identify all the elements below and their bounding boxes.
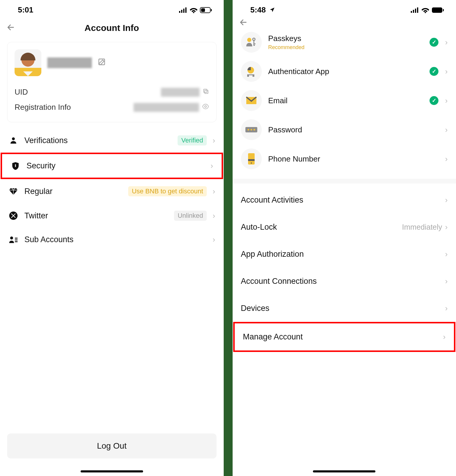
eye-icon[interactable] bbox=[202, 103, 209, 112]
phone-icon bbox=[241, 148, 262, 169]
sec-password[interactable]: Password › bbox=[233, 115, 456, 144]
reg-label: Registration Info bbox=[15, 103, 71, 112]
chevron-right-icon: › bbox=[443, 332, 446, 342]
check-icon: ✓ bbox=[430, 38, 438, 47]
row-security[interactable]: Security › bbox=[1, 153, 223, 179]
svg-rect-7 bbox=[201, 8, 205, 12]
sec-subtitle: Recommended bbox=[268, 44, 423, 51]
chevron-right-icon: › bbox=[213, 211, 215, 220]
back-icon[interactable] bbox=[239, 17, 247, 29]
status-time: 5:01 bbox=[18, 5, 33, 15]
verified-badge: Verified bbox=[178, 135, 206, 145]
email-icon bbox=[241, 90, 262, 111]
home-indicator bbox=[313, 470, 375, 472]
uid-row: UID bbox=[15, 84, 209, 100]
row-app-authorization[interactable]: App Authorization › bbox=[233, 241, 456, 268]
svg-rect-10 bbox=[203, 89, 207, 92]
chevron-right-icon: › bbox=[213, 235, 215, 244]
svg-rect-26 bbox=[443, 9, 444, 11]
chevron-right-icon: › bbox=[445, 67, 448, 76]
chevron-right-icon: › bbox=[213, 136, 215, 145]
row-account-activities[interactable]: Account Activities › bbox=[233, 187, 456, 214]
sec-title: Password bbox=[268, 125, 439, 134]
svg-point-16 bbox=[10, 237, 13, 239]
status-indicators bbox=[179, 7, 212, 13]
svg-rect-17 bbox=[15, 238, 18, 239]
svg-rect-21 bbox=[413, 10, 414, 13]
battery-icon bbox=[200, 7, 212, 13]
row-devices[interactable]: Devices › bbox=[233, 295, 456, 322]
password-icon bbox=[241, 119, 262, 140]
row-sub-accounts[interactable]: Sub Accounts › bbox=[0, 228, 224, 251]
row-value: Immediately bbox=[402, 223, 442, 231]
copy-icon[interactable] bbox=[203, 88, 209, 96]
svg-point-12 bbox=[12, 137, 15, 140]
chevron-right-icon: › bbox=[211, 161, 213, 170]
svg-rect-1 bbox=[181, 10, 182, 13]
wifi-icon bbox=[190, 7, 198, 13]
home-indicator bbox=[81, 470, 143, 472]
sec-phone[interactable]: Phone Number › bbox=[233, 144, 456, 173]
person-icon bbox=[8, 137, 18, 144]
logout-button[interactable]: Log Out bbox=[7, 433, 217, 458]
check-icon: ✓ bbox=[430, 96, 438, 105]
row-verifications[interactable]: Verifications Verified › bbox=[0, 128, 224, 153]
svg-rect-3 bbox=[185, 7, 187, 13]
row-label: Account Activities bbox=[241, 195, 442, 205]
row-label: Twitter bbox=[24, 211, 168, 220]
signal-icon bbox=[179, 7, 187, 13]
signal-icon bbox=[411, 7, 419, 13]
svg-point-38 bbox=[247, 129, 249, 131]
uid-label: UID bbox=[15, 87, 28, 97]
uid-value-redacted bbox=[161, 88, 200, 97]
chevron-right-icon: › bbox=[445, 38, 448, 47]
svg-point-27 bbox=[247, 38, 251, 42]
row-label: Auto-Lock bbox=[241, 223, 399, 232]
row-auto-lock[interactable]: Auto-Lock Immediately › bbox=[233, 214, 456, 241]
chevron-right-icon: › bbox=[445, 125, 448, 134]
row-label: Manage Account bbox=[243, 332, 440, 342]
battery-full-icon bbox=[432, 7, 444, 13]
sec-title: Passkeys bbox=[268, 34, 423, 43]
chevron-right-icon: › bbox=[445, 250, 448, 259]
avatar[interactable] bbox=[15, 49, 41, 76]
chevron-right-icon: › bbox=[445, 277, 448, 286]
status-time: 5:48 bbox=[250, 5, 275, 15]
passkeys-icon bbox=[241, 32, 262, 53]
back-icon[interactable] bbox=[7, 22, 15, 34]
row-label: Devices bbox=[241, 304, 442, 313]
section-divider bbox=[233, 179, 456, 184]
edit-icon[interactable] bbox=[98, 58, 106, 68]
svg-rect-31 bbox=[253, 45, 255, 46]
svg-point-40 bbox=[253, 129, 255, 131]
status-bar: 5:01 bbox=[0, 0, 224, 20]
sec-passkeys[interactable]: Passkeys Recommended ✓ › bbox=[233, 28, 456, 57]
bnb-badge: Use BNB to get discount bbox=[128, 186, 207, 196]
row-manage-account[interactable]: Manage Account › bbox=[233, 322, 456, 352]
sec-email[interactable]: Email ✓ › bbox=[233, 86, 456, 115]
sec-authenticator[interactable]: Authenticator App ✓ › bbox=[233, 57, 456, 86]
reg-row: Registration Info bbox=[15, 100, 209, 115]
row-twitter[interactable]: Twitter Unlinked › bbox=[0, 203, 224, 228]
svg-rect-9 bbox=[205, 90, 208, 93]
svg-rect-42 bbox=[248, 159, 255, 161]
page-title: Account Info bbox=[6, 23, 218, 33]
screenshot-divider bbox=[224, 0, 233, 476]
svg-rect-33 bbox=[247, 74, 254, 75]
row-regular[interactable]: Regular Use BNB to get discount › bbox=[0, 179, 224, 203]
chevron-right-icon: › bbox=[445, 304, 448, 313]
svg-point-4 bbox=[193, 12, 194, 13]
authenticator-icon bbox=[241, 61, 262, 82]
twitter-x-icon bbox=[8, 211, 18, 220]
diamond-icon bbox=[8, 188, 18, 195]
unlinked-badge: Unlinked bbox=[174, 211, 207, 221]
svg-point-29 bbox=[253, 38, 255, 40]
svg-rect-23 bbox=[417, 7, 418, 13]
phone-right: 5:48 Passkeys Recommended ✓ › Authentica… bbox=[233, 0, 456, 476]
svg-rect-19 bbox=[15, 241, 18, 242]
profile-card: UID Registration Info bbox=[7, 42, 217, 122]
sec-title: Email bbox=[268, 96, 423, 105]
row-account-connections[interactable]: Account Connections › bbox=[233, 268, 456, 295]
row-label: Sub Accounts bbox=[24, 235, 207, 244]
svg-rect-34 bbox=[247, 75, 249, 77]
